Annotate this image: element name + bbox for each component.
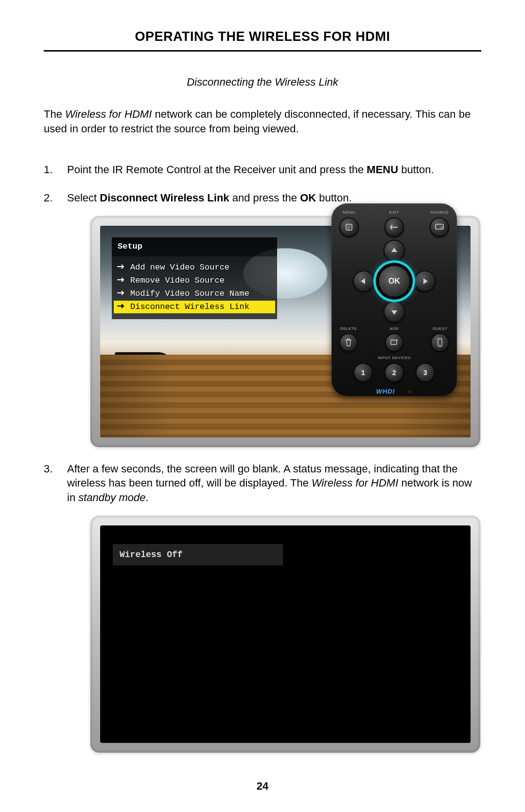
- step-1-menu-bold: MENU: [367, 163, 398, 176]
- input-devices-label: INPUT DEVICES: [339, 356, 449, 361]
- remote-guest-group: GUEST: [431, 326, 449, 352]
- guest-button[interactable]: [431, 333, 449, 352]
- osd-body: Add new Video Source Remove Video Source…: [112, 256, 277, 320]
- dpad: OK: [353, 240, 436, 323]
- menu-label: MENU: [339, 210, 359, 216]
- remote-mid-row: DELETE ADD GUEST: [339, 326, 449, 352]
- remote-exit-group: EXIT: [385, 210, 404, 237]
- remote-top-row: MENU EXIT SOURCE: [339, 210, 449, 237]
- input-3-button[interactable]: 3: [416, 363, 435, 382]
- arrow-right-icon: [117, 275, 127, 287]
- step-3-post: .: [145, 491, 148, 504]
- source-icon: [435, 223, 444, 231]
- add-button[interactable]: [385, 333, 403, 352]
- guest-icon: [437, 338, 443, 347]
- step-2-mid: and press the: [229, 192, 300, 204]
- steps-list: Point the IR Remote Control at the Recei…: [44, 162, 481, 752]
- svg-rect-2: [391, 340, 397, 344]
- add-label: ADD: [385, 326, 403, 332]
- exit-button[interactable]: [385, 217, 404, 237]
- arrow-down-icon: [390, 307, 399, 316]
- remote-brand: WHDI: [376, 387, 395, 396]
- intro-pre: The: [44, 108, 65, 120]
- step-3-product: Wireless for HDMI: [312, 477, 398, 489]
- osd-item-label: Remove Video Source: [130, 275, 225, 287]
- arrow-left-icon: [359, 277, 368, 286]
- osd-item-add[interactable]: Add new Video Source: [116, 261, 273, 274]
- page-number: 24: [0, 780, 525, 793]
- delete-button[interactable]: [339, 333, 358, 352]
- back-arrow-icon: [389, 223, 400, 231]
- step-2-pre: Select: [67, 192, 100, 204]
- ok-button[interactable]: OK: [379, 266, 409, 296]
- dpad-right[interactable]: [414, 271, 436, 292]
- remote-led: [407, 389, 412, 394]
- osd-item-disconnect-selected[interactable]: Disconnect Wireless Link: [114, 301, 275, 314]
- osd-item-label: Add new Video Source: [130, 262, 229, 273]
- input-2-button[interactable]: 2: [385, 363, 404, 382]
- dpad-down[interactable]: [384, 301, 405, 323]
- remote-num-row: 1 2 3: [339, 363, 449, 382]
- osd-setup-menu: Setup Add new Video Source Remove Video …: [112, 237, 277, 320]
- arrow-right-icon: [420, 277, 429, 286]
- step-2: Select Disconnect Wireless Link and pres…: [44, 191, 481, 447]
- dpad-left[interactable]: [353, 271, 374, 292]
- osd-item-label: Modify Video Source Name: [130, 289, 249, 300]
- dpad-up[interactable]: [384, 240, 405, 261]
- arrow-right-icon: [117, 302, 127, 313]
- section-subtitle: Disconnecting the Wireless Link: [44, 76, 481, 89]
- step-1: Point the IR Remote Control at the Recei…: [44, 162, 481, 177]
- figure-2-wrap: Wireless Off: [90, 516, 481, 753]
- osd-item-remove[interactable]: Remove Video Source: [116, 274, 273, 288]
- arrow-up-icon: [390, 246, 399, 255]
- svg-point-4: [439, 344, 440, 345]
- add-source-icon: [390, 339, 399, 346]
- remote-source-group: SOURCE: [430, 210, 449, 237]
- osd-item-modify[interactable]: Modify Video Source Name: [116, 288, 273, 301]
- intro-product-name: Wireless for HDMI: [65, 108, 152, 120]
- tv-frame-2: Wireless Off: [90, 516, 480, 753]
- guest-label: GUEST: [431, 326, 449, 332]
- arrow-right-icon: [117, 289, 127, 300]
- menu-button[interactable]: [339, 217, 359, 237]
- source-button[interactable]: [430, 217, 449, 237]
- remote-delete-group: DELETE: [339, 326, 358, 352]
- osd-wireless-off: Wireless Off: [113, 544, 283, 565]
- menu-icon: [344, 222, 354, 232]
- step-1-pre: Point the IR Remote Control at the Recei…: [67, 163, 367, 176]
- figure-1-wrap: Setup Add new Video Source Remove Video …: [90, 216, 481, 447]
- step-3: After a few seconds, the screen will go …: [44, 462, 481, 753]
- delete-label: DELETE: [339, 326, 358, 332]
- intro-paragraph: The Wireless for HDMI network can be com…: [44, 107, 481, 136]
- page-title: OPERATING THE WIRELESS FOR HDMI: [44, 29, 481, 50]
- osd-item-label: Disconnect Wireless Link: [130, 302, 249, 313]
- title-rule: [44, 50, 481, 52]
- ir-remote: MENU EXIT SOURCE: [332, 203, 457, 396]
- remote-add-group: ADD: [385, 326, 403, 352]
- trash-icon: [345, 338, 352, 347]
- exit-label: EXIT: [385, 210, 404, 216]
- step-2-ok-bold: OK: [300, 192, 316, 204]
- step-2-disconnect-bold: Disconnect Wireless Link: [100, 192, 229, 204]
- input-1-button[interactable]: 1: [353, 363, 373, 382]
- remote-brand-row: WHDI: [339, 387, 449, 396]
- arrow-right-icon: [117, 262, 127, 273]
- step-1-post: button.: [398, 163, 434, 176]
- osd-title: Setup: [112, 237, 277, 256]
- step-2-post: button.: [316, 192, 351, 204]
- step-3-mode: standby mode: [78, 491, 145, 504]
- tv-screen-2: Wireless Off: [100, 525, 471, 743]
- remote-menu-group: MENU: [339, 210, 359, 237]
- source-label: SOURCE: [430, 210, 449, 216]
